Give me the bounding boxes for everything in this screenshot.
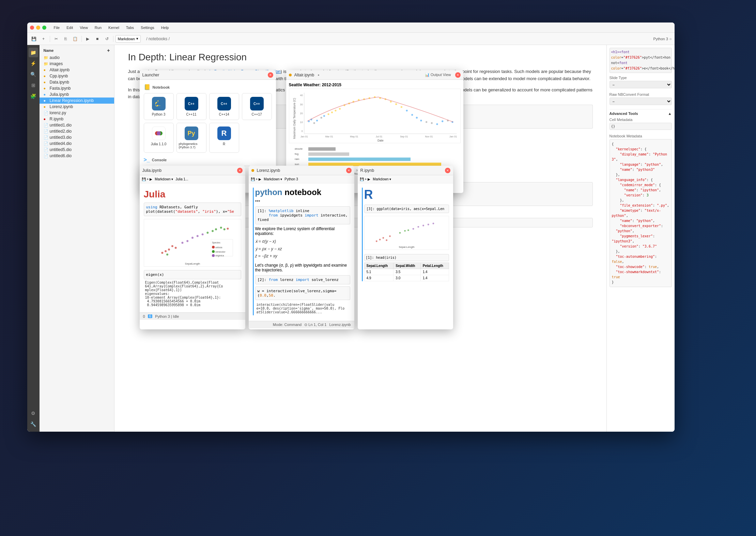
sidebar-item-linear-regression[interactable]: ● Linear Regression.ipynb <box>40 98 114 104</box>
menu-kernel[interactable]: Kernel <box>106 25 122 30</box>
sidebar-item-lorenz[interactable]: ● Lorenz.ipynb <box>40 104 114 110</box>
sidebar-item-cpp[interactable]: ● Cpp.ipynb <box>40 73 114 79</box>
menu-help[interactable]: Help <box>158 25 172 30</box>
r-close-button[interactable]: ✕ <box>445 168 450 173</box>
new-file-button[interactable]: + <box>107 48 110 53</box>
menu-settings[interactable]: Settings <box>138 25 157 30</box>
tabs-icon[interactable]: ⊞ <box>29 80 38 90</box>
stop-button[interactable]: ■ <box>93 35 102 43</box>
settings-icon[interactable]: ⚙ <box>29 408 38 418</box>
svg-point-38 <box>406 110 407 111</box>
svg-point-107 <box>422 225 424 226</box>
minimize-button[interactable] <box>36 26 40 30</box>
lorenz-code-widget[interactable]: w = interactive(solve_lorenz,sigma=(0.0,… <box>255 286 350 300</box>
sidebar-item-julia[interactable]: ● Julia.ipynb <box>40 91 114 98</box>
menu-tabs[interactable]: Tabs <box>123 25 137 30</box>
launcher-python3[interactable]: Python 3 <box>144 93 174 120</box>
r-data-table: Sepal.Length Sepal.Width Petal.Length 5.… <box>364 263 449 281</box>
menu-edit[interactable]: Edit <box>64 25 76 30</box>
lorenz-toolbar-save[interactable]: 💾 <box>251 177 255 181</box>
svg-point-94 <box>212 254 215 257</box>
launcher-julia[interactable]: Julia 1.1.0 <box>144 123 174 153</box>
close-button[interactable] <box>30 26 34 30</box>
sidebar-item-altair[interactable]: ● Altair.ipynb <box>40 67 114 73</box>
cut-button[interactable]: ✂ <box>52 35 60 43</box>
commands-icon[interactable]: 🔍 <box>29 70 38 79</box>
launcher-cpp17[interactable]: C++ C++17 <box>242 93 272 120</box>
paste-button[interactable]: 📋 <box>71 35 79 43</box>
svg-text:Maximum Daily Temperature (C): Maximum Daily Temperature (C) <box>292 98 296 139</box>
sidebar-item-untitled6[interactable]: 📄 untitled6.dio <box>40 153 114 159</box>
cell-type-dropdown[interactable]: Markdown ▾ <box>115 35 141 43</box>
lorenz-toolbar-add[interactable]: + <box>256 177 258 181</box>
tools-icon[interactable]: 🔧 <box>29 419 38 429</box>
sidebar-item-untitled5[interactable]: 📄 untitled5.dio <box>40 147 114 153</box>
svg-point-82 <box>206 232 209 234</box>
maximize-button[interactable] <box>42 26 46 30</box>
copy-button[interactable]: ⎘ <box>62 35 70 43</box>
lorenz-cell-type[interactable]: Markdown ▾ <box>264 177 282 181</box>
launcher-title: Launcher <box>142 73 159 77</box>
r-toolbar-save[interactable]: 💾 <box>360 177 364 181</box>
menu-view[interactable]: View <box>77 25 91 30</box>
svg-point-80 <box>196 235 198 237</box>
julia-code-1[interactable]: using RDatasets, Gadfly plot(dataset("da… <box>144 203 241 216</box>
r-content: R [3]: ggplot(data=iris, aes(x=Sepal.Len <box>358 183 453 287</box>
launcher-phylo[interactable]: Py phylogenetics (Python 3.7) <box>176 123 206 153</box>
file-icon: 📄 <box>44 129 48 134</box>
sidebar-item-images[interactable]: 📁 images <box>40 61 114 67</box>
run-button[interactable]: ▶ <box>84 35 92 43</box>
sidebar-item-r[interactable]: ● R.ipynb <box>40 116 114 122</box>
files-icon[interactable]: 📁 <box>29 48 38 57</box>
r-head-call[interactable]: [1]: head(iris) <box>364 254 449 261</box>
sidebar-item-untitled4[interactable]: 📄 untitled4.dio <box>40 140 114 147</box>
julia-toolbar-save[interactable]: 💾 <box>142 177 146 181</box>
notebook-metadata-value[interactable]: { "kernelspec": { "display_name": "Pytho… <box>610 139 672 287</box>
r-cell-type[interactable]: Markdown ▾ <box>373 177 391 181</box>
running-icon[interactable]: ⚡ <box>29 59 38 68</box>
julia-scatter: Species setosa versicolor virginica Sepa… <box>144 219 241 267</box>
julia-cell-type[interactable]: Markdown ▾ <box>155 177 173 181</box>
svg-text:rain: rain <box>295 158 299 161</box>
launcher-r[interactable]: R R <box>209 123 239 153</box>
r-toolbar-run[interactable]: ▶ <box>368 177 370 181</box>
lorenz-code-import[interactable]: [1]: %matplotlib inline from ipywidgets … <box>255 206 350 224</box>
advanced-tools-toggle[interactable]: ▲ <box>668 111 672 116</box>
save-button[interactable]: 💾 <box>30 35 38 43</box>
svg-text:Species: Species <box>212 241 220 244</box>
julia-toolbar-run[interactable]: ▶ <box>150 177 152 181</box>
menu-run[interactable]: Run <box>92 25 104 30</box>
restart-button[interactable]: ↺ <box>103 35 111 43</box>
sidebar-item-audio[interactable]: 📁 audio <box>40 55 114 61</box>
sidebar-item-untitled1[interactable]: 📄 untitled1.dio <box>40 122 114 128</box>
julia-code-eigen[interactable]: eigen(x) <box>144 270 241 279</box>
svg-point-36 <box>395 103 397 105</box>
r-toolbar-add[interactable]: + <box>365 177 367 181</box>
sidebar-item-fasta[interactable]: ● Fasta.ipynb <box>40 85 114 91</box>
launcher-cpp11[interactable]: C++ C++11 <box>176 93 206 120</box>
launcher-cpp14[interactable]: C++ C++14 <box>209 93 239 120</box>
col-petal-length: Petal.Length <box>420 263 449 269</box>
sidebar-item-untitled3[interactable]: 📄 untitled3.dio <box>40 134 114 140</box>
lorenz-close-button[interactable]: ✕ <box>346 168 352 173</box>
add-cell-button[interactable]: + <box>40 35 48 43</box>
slide-type-label: Slide Type <box>610 76 672 80</box>
menu-file[interactable]: File <box>51 25 63 30</box>
altair-close-button[interactable]: ✕ <box>455 72 461 78</box>
lorenz-code-import2[interactable]: [2]: from lorenz import solve_lorenz <box>255 275 350 284</box>
sidebar-item-untitled2[interactable]: 📄 untitled2.dio <box>40 128 114 134</box>
lorenz-toolbar-run[interactable]: ▶ <box>259 177 261 181</box>
sidebar-item-lorenz-py[interactable]: 📄 lorenz.py <box>40 110 114 116</box>
julia-nb-window: Julia.ipynb ✕ 💾 + ▶ Markdown ▾ Julia 1..… <box>140 166 245 329</box>
phylo-icon: Py <box>185 126 198 140</box>
julia-toolbar-add[interactable]: + <box>147 177 149 181</box>
raw-nbconvert-select[interactable]: – <box>610 98 672 105</box>
svg-point-87 <box>227 228 229 230</box>
julia-close-button[interactable]: ✕ <box>237 168 243 173</box>
extensions-icon[interactable]: 🧩 <box>29 91 38 101</box>
r-code-ggplot[interactable]: [3]: ggplot(data=iris, aes(x=Sepal.Len <box>364 205 449 213</box>
slide-type-select[interactable]: – <box>610 81 672 88</box>
sidebar-item-data[interactable]: ● Data.ipynb <box>40 79 114 85</box>
kernel-indicator: Python 3 ○ <box>653 37 672 41</box>
launcher-close-button[interactable]: ✕ <box>268 72 273 78</box>
